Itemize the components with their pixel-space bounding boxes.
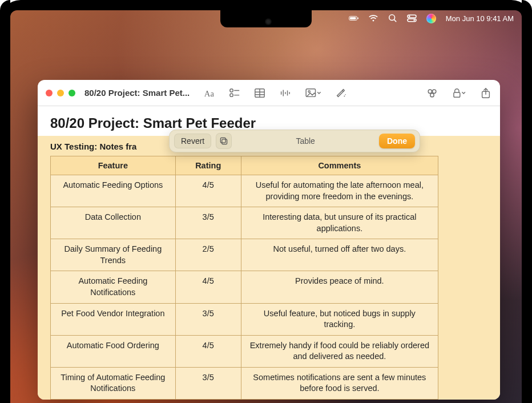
cell-rating[interactable]: 2/5 [175,239,241,271]
cell-comments[interactable]: Not useful, turned off after two days. [241,239,438,271]
table-row[interactable]: Data Collection3/5Interesting data, but … [51,207,438,239]
svg-point-26 [344,95,345,96]
svg-rect-1 [357,18,358,19]
siri-icon[interactable] [426,13,437,23]
table-row[interactable]: Pet Food Vendor Integration3/5Useful fea… [51,303,438,335]
media-button[interactable] [304,87,322,99]
window-minimize-button[interactable] [57,90,64,96]
cell-feature[interactable]: Data Collection [51,207,176,239]
cell-rating[interactable]: 3/5 [175,207,241,239]
edit-bar-title: Table [236,136,374,146]
camera-icon [265,18,272,25]
svg-point-29 [432,90,436,93]
notes-window: 80/20 Project: Smart Pet... Aa [38,80,500,400]
highlighted-section: UX Testing: Notes fra Feature Rating Com… [38,136,500,400]
checklist-button[interactable] [228,87,241,99]
svg-point-28 [428,90,432,93]
cell-rating[interactable]: 3/5 [175,303,241,335]
done-button[interactable]: Done [379,134,415,148]
col-header-comments: Comments [241,156,438,175]
svg-point-4 [389,15,395,21]
battery-icon[interactable] [349,13,359,23]
svg-rect-2 [350,17,356,19]
link-button[interactable] [426,87,438,99]
table-header-row: Feature Rating Comments [51,156,438,175]
svg-rect-34 [221,138,226,143]
svg-point-13 [230,93,233,96]
table-edit-bar: Revert Table Done [169,130,420,152]
revert-button[interactable]: Revert [174,134,211,148]
table-row[interactable]: Automatic Feeding Notifications4/5Provid… [51,271,438,303]
cell-feature[interactable]: Automatic Feeding Options [51,175,176,207]
copy-icon-button[interactable] [216,133,232,149]
cell-comments[interactable]: Useful for automating the late afternoon… [241,175,438,207]
cell-rating[interactable]: 4/5 [175,335,241,367]
col-header-feature: Feature [51,156,176,175]
menubar-datetime[interactable]: Mon Jun 10 9:41 AM [446,14,514,23]
table-row[interactable]: Automatic Food Ordering4/5Extremely hand… [51,335,438,367]
feature-table[interactable]: Feature Rating Comments Automatic Feedin… [50,156,438,400]
svg-point-27 [345,94,346,95]
cell-rating[interactable]: 4/5 [175,175,241,207]
window-zoom-button[interactable] [68,90,75,96]
svg-rect-33 [222,139,227,144]
svg-point-9 [414,19,416,21]
cell-comments[interactable]: Sometimes notifications are sent a few m… [241,367,438,399]
cell-feature[interactable]: Automatic Feeding Notifications [51,271,176,303]
laptop-notch [220,10,312,27]
cell-feature[interactable]: Daily Summary of Feeding Trends [51,239,176,271]
table-row[interactable]: Timing of Automatic Feeding Notification… [51,367,438,399]
spotlight-search-icon[interactable] [388,13,398,23]
svg-point-30 [430,93,434,96]
format-text-button[interactable]: Aa [203,87,216,99]
cell-feature[interactable]: Automatic Food Ordering [51,335,176,367]
writing-tools-button[interactable] [334,87,347,99]
cell-comments[interactable]: Useful feature, but noticed bugs in supp… [241,303,438,335]
svg-point-7 [409,15,410,17]
svg-rect-31 [454,92,460,97]
wifi-icon[interactable] [368,13,378,23]
svg-point-25 [308,90,310,92]
table-button[interactable] [253,87,266,99]
lock-button[interactable] [451,87,467,99]
cell-rating[interactable]: 4/5 [175,271,241,303]
window-title: 80/20 Project: Smart Pet... [84,88,190,98]
svg-line-5 [394,20,396,22]
table-row[interactable]: Automatic Feeding Options4/5Useful for a… [51,175,438,207]
cell-feature[interactable]: Pet Food Vendor Integration [51,303,176,335]
cell-rating[interactable]: 3/5 [175,367,241,399]
col-header-rating: Rating [175,156,241,175]
svg-text:Aa: Aa [204,88,215,98]
window-titlebar: 80/20 Project: Smart Pet... Aa [38,80,500,106]
audio-button[interactable] [279,87,291,99]
control-center-icon[interactable] [407,13,417,23]
cell-comments[interactable]: Interesting data, but unsure of its prac… [241,207,438,239]
cell-feature[interactable]: Timing of Automatic Feeding Notification… [51,367,176,399]
window-close-button[interactable] [46,90,53,96]
notes-toolbar: Aa [203,87,492,99]
svg-point-11 [230,88,233,91]
share-button[interactable] [479,87,492,99]
svg-point-3 [372,19,374,21]
cell-comments[interactable]: Extremely handy if food could be reliabl… [241,335,438,367]
cell-comments[interactable]: Provides peace of mind. [241,271,438,303]
table-row[interactable]: Daily Summary of Feeding Trends2/5Not us… [51,239,438,271]
